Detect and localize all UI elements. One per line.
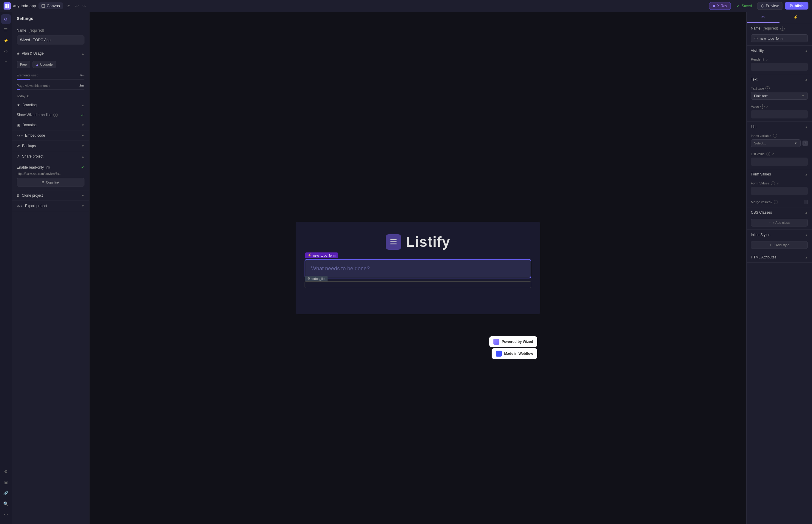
iconbar-database[interactable]: ▣	[1, 477, 11, 487]
iconbar-list[interactable]: ≡	[1, 57, 11, 67]
form-element[interactable]: ⚡ new_todo_form What needs to be done?	[304, 259, 531, 278]
visibility-header[interactable]: Visibility ▲	[747, 46, 812, 56]
iconbar-more[interactable]: ⋯	[1, 510, 11, 519]
xray-button[interactable]: X-Ray	[709, 2, 731, 10]
name-info-icon[interactable]: i	[780, 27, 784, 31]
reload-button[interactable]: ⟳	[65, 2, 71, 10]
html-attributes-header[interactable]: HTML Attributes ▲	[747, 252, 812, 262]
plan-header-left: ◈ Plan & Usage	[17, 51, 44, 55]
saved-button[interactable]: ✓ Saved	[733, 2, 755, 10]
name-label: Name (required)	[17, 28, 44, 33]
list-element[interactable]: ⚙ todos_list	[304, 281, 531, 288]
text-type-info-icon[interactable]: i	[765, 86, 769, 91]
list-value-info-icon[interactable]: i	[766, 152, 770, 156]
branding-info-icon[interactable]: i	[53, 113, 57, 117]
render-if-expand-icon[interactable]: ⤢	[766, 58, 768, 61]
form-values-input[interactable]	[751, 187, 808, 195]
canvas-tab[interactable]: Canvas	[38, 2, 63, 9]
readonly-checkmark[interactable]: ✓	[81, 165, 84, 170]
branding-checkbox[interactable]: ✓	[81, 113, 84, 117]
branding-header[interactable]: ★ Branding ▲	[12, 100, 89, 110]
svg-rect-6	[390, 241, 397, 242]
tab-settings[interactable]: ⚙	[747, 12, 779, 23]
index-var-row: Select... ▼ +	[751, 140, 808, 147]
iconbar-settings[interactable]: ⚙	[1, 14, 11, 24]
svg-rect-3	[7, 6, 9, 8]
index-var-info-icon[interactable]: i	[773, 134, 777, 138]
export-item[interactable]: </> Export project ▼	[12, 201, 89, 211]
iconbar-settings-bottom[interactable]: ⚙	[1, 467, 11, 476]
render-if-input[interactable]	[751, 63, 808, 71]
copy-link-button[interactable]: ⧉ Copy link	[17, 178, 84, 186]
clone-item[interactable]: ⧉ Clone project ▼	[12, 191, 89, 200]
form-values-expand-icon[interactable]: ⤢	[777, 182, 779, 185]
value-info-icon[interactable]: i	[760, 104, 765, 109]
merge-row: Merge values? i	[747, 198, 812, 207]
iconbar-code[interactable]: {}	[1, 47, 11, 56]
backups-item-left: ⟳ Backups	[17, 144, 36, 148]
topbar: /my-todo-app Canvas ⟳ ↩ ↪ X-Ray ✓ Saved …	[0, 0, 812, 12]
inline-styles-header[interactable]: Inline Styles ▲	[747, 230, 812, 240]
plan-chevron: ▲	[81, 52, 84, 55]
iconbar-lightning[interactable]: ⚡	[1, 36, 11, 45]
svg-rect-7	[390, 244, 397, 244]
iconbar-link[interactable]: 🔗	[1, 488, 11, 498]
form-label: ⚡ new_todo_form	[305, 252, 338, 258]
preview-button[interactable]: ⬡ Preview	[757, 2, 782, 10]
upgrade-button[interactable]: ▲ Upgrade	[33, 61, 56, 68]
index-select[interactable]: Select... ▼	[751, 140, 801, 147]
redo-button[interactable]: ↪	[81, 2, 87, 10]
plan-header[interactable]: ◈ Plan & Usage ▲	[12, 48, 89, 59]
text-header[interactable]: Text ▲	[747, 74, 812, 84]
name-value: new_todo_form	[760, 37, 805, 40]
iconbar-layers[interactable]: ☰	[1, 25, 11, 35]
name-prefix-icon: {}	[754, 36, 758, 40]
add-style-button[interactable]: + + Add style	[751, 241, 808, 249]
embed-item[interactable]: </> Embed code ▼	[12, 130, 89, 141]
svg-rect-1	[7, 4, 9, 6]
plan-section: ◈ Plan & Usage ▲ Free ▲ Upgrade Elements…	[12, 48, 89, 100]
merge-checkbox[interactable]	[803, 200, 808, 204]
index-plus-button[interactable]: +	[802, 141, 808, 146]
merge-info-icon[interactable]: i	[774, 200, 778, 204]
add-class-button[interactable]: + + Add class	[751, 219, 808, 227]
wized-icon	[493, 339, 499, 345]
list-value-input[interactable]	[751, 158, 808, 166]
undo-button[interactable]: ↩	[74, 2, 80, 10]
value-input[interactable]	[751, 110, 808, 118]
css-classes-chevron: ▲	[805, 211, 808, 214]
svg-rect-2	[5, 6, 7, 8]
text-type-dropdown[interactable]: Plain text ▼	[751, 92, 808, 100]
app-title: Listify	[406, 234, 450, 250]
css-classes-header[interactable]: CSS Classes ▲	[747, 208, 812, 217]
form-values-field: Form Values i ⤢	[747, 179, 812, 198]
publish-button[interactable]: Publish	[785, 2, 808, 10]
iconbar-search[interactable]: 🔍	[1, 499, 11, 508]
text-type-chevron-icon: ▼	[801, 94, 805, 98]
plan-grid: Free ▲ Upgrade	[12, 59, 89, 71]
value-expand-icon[interactable]: ⤢	[766, 105, 768, 108]
backups-item[interactable]: ⟳ Backups ▼	[12, 141, 89, 151]
app-name-input[interactable]	[17, 35, 84, 45]
inline-styles-chevron: ▲	[805, 233, 808, 236]
list-value-expand-icon[interactable]: ⤢	[772, 152, 774, 156]
tab-lightning[interactable]: ⚡	[779, 12, 812, 23]
right-name-input[interactable]: {} new_todo_form	[751, 34, 808, 43]
svg-rect-0	[5, 4, 7, 6]
backups-icon: ⟳	[17, 144, 20, 148]
visibility-chevron: ▲	[805, 49, 808, 52]
made-badge[interactable]: Made in Webflow	[492, 348, 537, 359]
add-style-plus-icon: +	[769, 243, 771, 247]
share-header[interactable]: ↗ Share project ▲	[12, 151, 89, 161]
svg-rect-4	[42, 4, 45, 7]
powered-badge[interactable]: Powered by Wized	[489, 336, 537, 347]
share-section: ↗ Share project ▲ Enable read-only link …	[12, 151, 89, 191]
inline-styles-section: Inline Styles ▲ + + Add style	[747, 230, 812, 252]
form-values-header[interactable]: Form Values ▲	[747, 169, 812, 179]
list-header[interactable]: List ▲	[747, 122, 812, 132]
form-values-info-icon[interactable]: i	[771, 181, 775, 185]
domains-item[interactable]: ▣ Domains ▼	[12, 120, 89, 130]
show-branding-row: Show Wized branding i ✓	[12, 110, 89, 120]
branding-section: ★ Branding ▲ Show Wized branding i ✓	[12, 100, 89, 120]
svg-rect-5	[390, 239, 397, 240]
